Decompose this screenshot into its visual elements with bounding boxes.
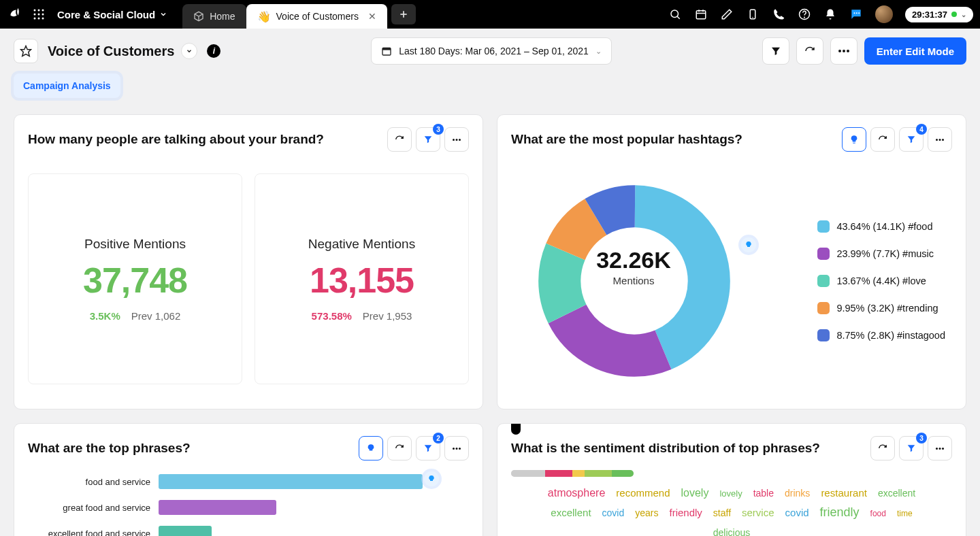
wordcloud-word[interactable]: covid <box>785 504 809 522</box>
filter-button[interactable] <box>762 37 789 65</box>
wordcloud-word[interactable]: service <box>742 504 774 522</box>
svg-point-33 <box>936 139 938 141</box>
legend-item[interactable]: 13.67% (4.4K) #love <box>817 275 945 287</box>
wordcloud-word[interactable]: friendly <box>820 502 860 523</box>
dots-icon <box>935 139 945 141</box>
wordcloud-word[interactable]: atmosphere <box>548 484 606 502</box>
insight-hint-icon[interactable] <box>741 237 756 252</box>
refresh-button[interactable] <box>796 37 823 65</box>
slider-thumb[interactable] <box>511 423 521 435</box>
svg-point-32 <box>459 139 461 141</box>
bell-icon[interactable] <box>823 7 837 21</box>
insight-hint-icon[interactable] <box>424 471 439 486</box>
sentiment-slider[interactable] <box>511 470 952 477</box>
card-more-button[interactable] <box>928 436 952 460</box>
legend-label: 43.64% (14.1K) #food <box>836 221 932 232</box>
svg-point-20 <box>804 17 805 18</box>
wordcloud-word[interactable]: lovely <box>719 486 742 501</box>
refresh-icon <box>804 46 815 56</box>
tab-home[interactable]: Home <box>182 4 246 29</box>
card-title: What is the sentiment distribution of to… <box>511 441 820 456</box>
timer-value: 29:31:37 <box>912 10 947 20</box>
search-icon[interactable] <box>668 7 682 21</box>
phrase-label: excellent food and service <box>28 529 150 537</box>
session-timer[interactable]: 29:31:37 ⌄ <box>905 7 973 22</box>
card-filter-button[interactable]: 3 <box>899 436 924 460</box>
legend-item[interactable]: 9.95% (3.2K) #trending <box>817 302 945 314</box>
refresh-icon <box>395 135 404 144</box>
wordcloud-word[interactable]: excellent <box>551 504 591 522</box>
refresh-icon <box>878 443 887 453</box>
device-icon[interactable] <box>746 7 760 21</box>
tab-voice-of-customers[interactable]: 👋 Voice of Customers ✕ <box>246 4 387 29</box>
svg-point-28 <box>843 50 845 52</box>
card-refresh-button[interactable] <box>870 127 895 152</box>
card-filter-button[interactable]: 3 <box>416 127 440 152</box>
close-tab-icon[interactable]: ✕ <box>368 11 376 22</box>
dots-icon <box>452 139 461 141</box>
legend-item[interactable]: 43.64% (14.1K) #food <box>817 220 945 233</box>
card-refresh-button[interactable] <box>387 127 412 152</box>
chat-icon[interactable] <box>849 7 863 21</box>
legend-item[interactable]: 8.75% (2.8K) #instagood <box>817 329 945 341</box>
wordcloud-word[interactable]: time <box>897 507 913 520</box>
top-nav: Core & Social Cloud Home 👋 Voice of Cust… <box>0 0 980 29</box>
phone-icon[interactable] <box>772 7 785 21</box>
app-launcher-icon[interactable] <box>33 8 45 20</box>
card-insight-button[interactable] <box>842 127 866 152</box>
date-range-label: Last 180 Days: Mar 06, 2021 – Sep 01, 20… <box>399 46 589 56</box>
cube-icon <box>193 11 204 22</box>
phrase-label: food and service <box>28 477 150 487</box>
metric-label: Positive Mentions <box>84 237 186 252</box>
new-tab-button[interactable] <box>391 4 416 24</box>
svg-point-43 <box>459 448 461 450</box>
enter-edit-mode-button[interactable]: Enter Edit Mode <box>864 37 966 65</box>
legend-item[interactable]: 23.99% (7.7K) #music <box>817 248 945 260</box>
svg-point-46 <box>942 448 944 450</box>
card-insight-button[interactable] <box>359 436 383 460</box>
card-more-button[interactable] <box>928 127 952 152</box>
card-top-phrases: What are the top phrases? 2 food and ser… <box>14 423 483 536</box>
wordcloud-word[interactable]: table <box>753 486 774 502</box>
phrase-row: excellent food and service <box>28 520 469 536</box>
more-button[interactable] <box>830 37 858 65</box>
card-more-button[interactable] <box>444 436 469 460</box>
wordcloud-word[interactable]: covid <box>602 505 625 522</box>
wordcloud-word[interactable]: years <box>635 505 658 522</box>
donut-legend: 43.64% (14.1K) #food 23.99% (7.7K) #musi… <box>817 220 945 341</box>
wordcloud-word[interactable]: staff <box>713 505 731 522</box>
campaign-analysis-chip[interactable]: Campaign Analysis <box>14 73 120 98</box>
wordcloud-word[interactable]: friendly <box>669 504 702 522</box>
calendar-icon[interactable] <box>694 7 708 21</box>
wordcloud-word[interactable]: delicious <box>713 525 750 536</box>
wordcloud-word[interactable]: excellent <box>878 486 915 502</box>
card-refresh-button[interactable] <box>387 436 412 460</box>
wordcloud-word[interactable]: restaurant <box>821 484 867 502</box>
svg-point-11 <box>671 10 679 18</box>
wordcloud-word[interactable]: lovely <box>681 484 709 502</box>
word-cloud: atmosphererecommendlovelylovelytabledrin… <box>511 484 952 536</box>
date-range-picker[interactable]: Last 180 Days: Mar 06, 2021 – Sep 01, 20… <box>371 37 612 65</box>
workspace-switcher[interactable]: Core & Social Cloud <box>52 9 173 20</box>
metric-label: Negative Mentions <box>308 237 415 252</box>
card-filter-button[interactable]: 4 <box>899 127 924 152</box>
svg-point-35 <box>942 139 944 141</box>
favorite-button[interactable] <box>14 39 38 63</box>
edit-icon[interactable] <box>720 7 734 21</box>
wordcloud-word[interactable]: food <box>870 507 886 520</box>
svg-point-18 <box>752 17 753 18</box>
tab-active-label: Voice of Customers <box>276 11 359 22</box>
wordcloud-word[interactable]: drinks <box>785 486 810 502</box>
card-refresh-button[interactable] <box>870 436 895 460</box>
phrase-row: great food and service <box>28 495 469 520</box>
wordcloud-word[interactable]: recommend <box>616 484 670 502</box>
card-filter-button[interactable]: 2 <box>416 436 440 460</box>
page-title-dropdown[interactable] <box>181 43 197 59</box>
info-icon[interactable]: i <box>207 44 220 58</box>
card-more-button[interactable] <box>444 127 469 152</box>
help-icon[interactable] <box>798 7 811 21</box>
card-title: How many people are talking about your b… <box>28 132 324 147</box>
card-popular-hashtags: What are the most popular hashtags? 4 32… <box>497 114 966 409</box>
svg-point-34 <box>939 139 941 141</box>
user-avatar[interactable] <box>875 5 893 23</box>
